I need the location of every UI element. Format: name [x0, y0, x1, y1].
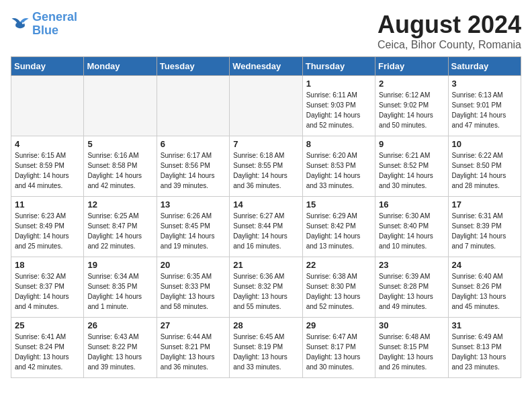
col-monday: Monday [84, 57, 157, 76]
table-row [230, 76, 302, 136]
col-friday: Friday [375, 57, 448, 76]
day-info: Sunrise: 6:26 AM Sunset: 8:45 PM Dayligh… [161, 211, 226, 251]
day-number: 6 [161, 139, 226, 149]
day-info: Sunrise: 6:11 AM Sunset: 9:03 PM Dayligh… [306, 90, 371, 130]
table-row: 30Sunrise: 6:48 AM Sunset: 8:15 PM Dayli… [375, 318, 448, 378]
day-info: Sunrise: 6:38 AM Sunset: 8:30 PM Dayligh… [306, 271, 371, 312]
day-info: Sunrise: 6:15 AM Sunset: 8:59 PM Dayligh… [15, 150, 80, 191]
table-row [11, 76, 84, 136]
day-number: 19 [87, 260, 152, 270]
day-number: 18 [15, 260, 80, 270]
day-number: 31 [452, 320, 517, 330]
logo-bird-icon [11, 15, 30, 34]
day-number: 3 [452, 79, 517, 89]
title-area: August 2024 Ceica, Bihor County, Romania [378, 11, 521, 51]
calendar-week-row: 4Sunrise: 6:15 AM Sunset: 8:59 PM Daylig… [11, 136, 521, 197]
day-number: 9 [379, 139, 444, 149]
logo-text: General Blue [32, 11, 77, 38]
day-number: 17 [452, 199, 517, 210]
day-number: 25 [15, 320, 80, 330]
calendar-table: Sunday Monday Tuesday Wednesday Thursday… [11, 56, 521, 378]
table-row: 2Sunrise: 6:12 AM Sunset: 9:02 PM Daylig… [375, 76, 448, 136]
table-row: 15Sunrise: 6:29 AM Sunset: 8:42 PM Dayli… [302, 197, 375, 257]
day-number: 13 [161, 199, 226, 210]
calendar-week-row: 11Sunrise: 6:23 AM Sunset: 8:49 PM Dayli… [11, 197, 521, 257]
table-row: 31Sunrise: 6:49 AM Sunset: 8:13 PM Dayli… [448, 318, 521, 378]
location-title: Ceica, Bihor County, Romania [378, 39, 521, 51]
calendar-week-row: 18Sunrise: 6:32 AM Sunset: 8:37 PM Dayli… [11, 257, 521, 318]
table-row: 28Sunrise: 6:45 AM Sunset: 8:19 PM Dayli… [230, 318, 302, 378]
table-row: 18Sunrise: 6:32 AM Sunset: 8:37 PM Dayli… [11, 257, 84, 318]
table-row: 3Sunrise: 6:13 AM Sunset: 9:01 PM Daylig… [448, 76, 521, 136]
day-number: 26 [87, 320, 152, 330]
day-info: Sunrise: 6:39 AM Sunset: 8:28 PM Dayligh… [379, 271, 444, 312]
table-row: 14Sunrise: 6:27 AM Sunset: 8:44 PM Dayli… [230, 197, 302, 257]
table-row: 16Sunrise: 6:30 AM Sunset: 8:40 PM Dayli… [375, 197, 448, 257]
day-info: Sunrise: 6:36 AM Sunset: 8:32 PM Dayligh… [233, 271, 298, 312]
table-row: 8Sunrise: 6:20 AM Sunset: 8:53 PM Daylig… [302, 136, 375, 197]
day-info: Sunrise: 6:41 AM Sunset: 8:24 PM Dayligh… [15, 332, 80, 372]
day-number: 7 [233, 139, 298, 149]
table-row: 21Sunrise: 6:36 AM Sunset: 8:32 PM Dayli… [230, 257, 302, 318]
day-number: 10 [452, 139, 517, 149]
month-title: August 2024 [378, 11, 521, 39]
day-number: 24 [452, 260, 517, 270]
col-saturday: Saturday [448, 57, 521, 76]
day-number: 22 [306, 260, 371, 270]
col-wednesday: Wednesday [230, 57, 302, 76]
day-number: 27 [161, 320, 226, 330]
table-row: 12Sunrise: 6:25 AM Sunset: 8:47 PM Dayli… [84, 197, 157, 257]
table-row: 7Sunrise: 6:18 AM Sunset: 8:55 PM Daylig… [230, 136, 302, 197]
day-info: Sunrise: 6:23 AM Sunset: 8:49 PM Dayligh… [15, 211, 80, 251]
table-row: 27Sunrise: 6:44 AM Sunset: 8:21 PM Dayli… [157, 318, 229, 378]
day-number: 12 [87, 199, 152, 210]
table-row: 17Sunrise: 6:31 AM Sunset: 8:39 PM Dayli… [448, 197, 521, 257]
logo: General Blue [11, 11, 77, 38]
day-info: Sunrise: 6:25 AM Sunset: 8:47 PM Dayligh… [87, 211, 152, 251]
day-number: 8 [306, 139, 371, 149]
day-info: Sunrise: 6:43 AM Sunset: 8:22 PM Dayligh… [87, 332, 152, 372]
day-info: Sunrise: 6:29 AM Sunset: 8:42 PM Dayligh… [306, 211, 371, 251]
day-info: Sunrise: 6:40 AM Sunset: 8:26 PM Dayligh… [452, 271, 517, 312]
day-info: Sunrise: 6:17 AM Sunset: 8:56 PM Dayligh… [161, 150, 226, 191]
day-info: Sunrise: 6:21 AM Sunset: 8:52 PM Dayligh… [379, 150, 444, 191]
day-info: Sunrise: 6:48 AM Sunset: 8:15 PM Dayligh… [379, 332, 444, 372]
day-number: 28 [233, 320, 298, 330]
day-info: Sunrise: 6:27 AM Sunset: 8:44 PM Dayligh… [233, 211, 298, 251]
table-row: 26Sunrise: 6:43 AM Sunset: 8:22 PM Dayli… [84, 318, 157, 378]
table-row: 23Sunrise: 6:39 AM Sunset: 8:28 PM Dayli… [375, 257, 448, 318]
day-number: 11 [15, 199, 80, 210]
table-row: 20Sunrise: 6:35 AM Sunset: 8:33 PM Dayli… [157, 257, 229, 318]
day-info: Sunrise: 6:45 AM Sunset: 8:19 PM Dayligh… [233, 332, 298, 372]
table-row: 24Sunrise: 6:40 AM Sunset: 8:26 PM Dayli… [448, 257, 521, 318]
col-thursday: Thursday [302, 57, 375, 76]
day-number: 23 [379, 260, 444, 270]
day-number: 30 [379, 320, 444, 330]
day-info: Sunrise: 6:44 AM Sunset: 8:21 PM Dayligh… [161, 332, 226, 372]
day-number: 29 [306, 320, 371, 330]
table-row: 9Sunrise: 6:21 AM Sunset: 8:52 PM Daylig… [375, 136, 448, 197]
table-row: 4Sunrise: 6:15 AM Sunset: 8:59 PM Daylig… [11, 136, 84, 197]
table-row: 11Sunrise: 6:23 AM Sunset: 8:49 PM Dayli… [11, 197, 84, 257]
calendar-week-row: 25Sunrise: 6:41 AM Sunset: 8:24 PM Dayli… [11, 318, 521, 378]
day-info: Sunrise: 6:31 AM Sunset: 8:39 PM Dayligh… [452, 211, 517, 251]
day-info: Sunrise: 6:32 AM Sunset: 8:37 PM Dayligh… [15, 271, 80, 312]
svg-point-1 [22, 22, 24, 24]
calendar-week-row: 1Sunrise: 6:11 AM Sunset: 9:03 PM Daylig… [11, 76, 521, 136]
col-tuesday: Tuesday [157, 57, 229, 76]
table-row: 5Sunrise: 6:16 AM Sunset: 8:58 PM Daylig… [84, 136, 157, 197]
day-info: Sunrise: 6:49 AM Sunset: 8:13 PM Dayligh… [452, 332, 517, 372]
day-number: 20 [161, 260, 226, 270]
table-row: 10Sunrise: 6:22 AM Sunset: 8:50 PM Dayli… [448, 136, 521, 197]
table-row: 6Sunrise: 6:17 AM Sunset: 8:56 PM Daylig… [157, 136, 229, 197]
day-info: Sunrise: 6:13 AM Sunset: 9:01 PM Dayligh… [452, 90, 517, 130]
table-row: 13Sunrise: 6:26 AM Sunset: 8:45 PM Dayli… [157, 197, 229, 257]
day-number: 16 [379, 199, 444, 210]
day-info: Sunrise: 6:16 AM Sunset: 8:58 PM Dayligh… [87, 150, 152, 191]
day-info: Sunrise: 6:22 AM Sunset: 8:50 PM Dayligh… [452, 150, 517, 191]
day-info: Sunrise: 6:30 AM Sunset: 8:40 PM Dayligh… [379, 211, 444, 251]
col-sunday: Sunday [11, 57, 84, 76]
calendar-header-row: Sunday Monday Tuesday Wednesday Thursday… [11, 57, 521, 76]
table-row: 29Sunrise: 6:47 AM Sunset: 8:17 PM Dayli… [302, 318, 375, 378]
day-number: 15 [306, 199, 371, 210]
